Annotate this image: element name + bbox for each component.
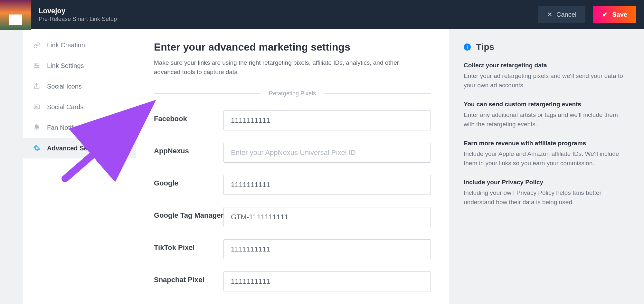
info-icon: i: [464, 43, 471, 51]
album-thumbnail: [0, 0, 31, 30]
page-body: Link Creation Link Settings Social Icons…: [0, 29, 644, 304]
tip-block: You can send custom retargeting events E…: [464, 101, 629, 129]
tip-title: Collect your retargeting data: [464, 62, 629, 69]
share-icon: [32, 83, 42, 90]
field-label: TikTok Pixel: [154, 239, 223, 252]
field-gtm: Google Tag Manager: [154, 207, 431, 227]
sidebar-item-label: Link Settings: [47, 62, 84, 70]
tip-title: Earn more revenue with affiliate program…: [464, 140, 629, 147]
sidebar-item-social-icons[interactable]: Social Icons: [23, 76, 136, 97]
sidebar-item-fan-notifications[interactable]: Fan Notifications: [23, 117, 136, 138]
sidebar-item-label: Link Creation: [47, 42, 85, 49]
tiktok-input[interactable]: [223, 239, 431, 259]
appnexus-input[interactable]: [223, 143, 431, 163]
main-content: Enter your advanced marketing settings M…: [136, 29, 449, 304]
sidebar-item-label: Fan Notifications: [47, 124, 95, 131]
gear-icon: [32, 145, 42, 152]
tip-block: Earn more revenue with affiliate program…: [464, 140, 629, 168]
sidebar-item-label: Advanced Settings: [47, 145, 105, 152]
svg-point-4: [37, 65, 39, 66]
cancel-button[interactable]: ✕ Cancel: [538, 6, 585, 23]
page-subtitle: Pre-Release Smart Link Setup: [39, 16, 117, 23]
field-snapchat: Snapchat Pixel: [154, 271, 431, 291]
sliders-icon: [32, 62, 42, 69]
header-titles: Lovejoy Pre-Release Smart Link Setup: [39, 7, 117, 23]
field-facebook: Facebook: [154, 110, 431, 130]
tips-header: i Tips: [464, 42, 629, 52]
sidebar-item-advanced-settings[interactable]: Advanced Settings: [23, 138, 136, 158]
google-input[interactable]: [223, 175, 431, 195]
close-icon: ✕: [547, 11, 553, 18]
svg-point-5: [35, 67, 37, 68]
snapchat-input[interactable]: [223, 271, 431, 291]
tip-title: You can send custom retargeting events: [464, 101, 629, 108]
field-label: AppNexus: [154, 143, 223, 156]
sidebar-item-link-creation[interactable]: Link Creation: [23, 35, 136, 55]
field-appnexus: AppNexus: [154, 143, 431, 163]
tip-block: Include your Privacy Policy Including yo…: [464, 179, 629, 207]
field-label: Facebook: [154, 110, 223, 124]
facebook-input[interactable]: [223, 110, 431, 130]
field-tiktok: TikTok Pixel: [154, 239, 431, 259]
save-button-label: Save: [612, 11, 627, 18]
field-label: Snapchat Pixel: [154, 271, 223, 285]
sidebar-item-label: Social Icons: [47, 83, 82, 90]
check-icon: ✔: [602, 11, 608, 18]
tip-body: Include your Apple and Amazon affiliate …: [464, 149, 629, 168]
svg-point-3: [35, 63, 36, 65]
field-label: Google Tag Manager: [154, 207, 223, 220]
page-header: Lovejoy Pre-Release Smart Link Setup ✕ C…: [0, 0, 644, 29]
tips-heading: Tips: [476, 42, 494, 52]
tips-panel: i Tips Collect your retargeting data Ent…: [449, 29, 644, 304]
link-icon: [32, 42, 42, 49]
page-title: Lovejoy: [39, 7, 117, 15]
sidebar-item-social-cards[interactable]: Social Cards: [23, 97, 136, 117]
tip-body: Enter your ad retargeting pixels and we'…: [464, 71, 629, 90]
field-google: Google: [154, 175, 431, 195]
separator-line: [325, 93, 431, 94]
bell-icon: [32, 124, 42, 131]
field-label: Google: [154, 175, 223, 188]
tip-body: Including your own Privacy Policy helps …: [464, 188, 629, 207]
tip-body: Enter any additional artists or tags and…: [464, 110, 629, 129]
main-heading: Enter your advanced marketing settings: [154, 41, 431, 53]
sidebar-item-label: Social Cards: [47, 103, 83, 111]
tip-title: Include your Privacy Policy: [464, 179, 629, 186]
main-lead: Make sure your links are using the right…: [154, 58, 418, 77]
section-label: Retargeting Pixels: [260, 90, 325, 97]
section-separator: Retargeting Pixels: [154, 90, 431, 97]
tip-block: Collect your retargeting data Enter your…: [464, 62, 629, 90]
svg-point-8: [35, 106, 36, 107]
image-icon: [32, 103, 42, 110]
sidebar: Link Creation Link Settings Social Icons…: [23, 29, 136, 304]
sidebar-item-link-settings[interactable]: Link Settings: [23, 55, 136, 76]
gtm-input[interactable]: [223, 207, 431, 227]
left-gutter: [0, 29, 23, 304]
cancel-button-label: Cancel: [556, 11, 576, 18]
save-button[interactable]: ✔ Save: [593, 6, 636, 23]
separator-line: [154, 93, 260, 94]
